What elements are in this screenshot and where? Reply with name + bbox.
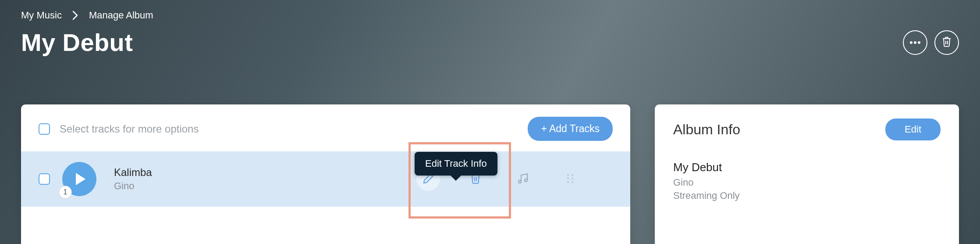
- edit-track-tooltip: Edit Track Info: [415, 152, 497, 176]
- more-options-button[interactable]: [903, 30, 927, 55]
- chevron-right-icon: [72, 11, 78, 20]
- svg-point-6: [572, 177, 573, 179]
- add-tracks-button[interactable]: + Add Tracks: [528, 117, 613, 141]
- track-title: Kalimba: [114, 166, 152, 179]
- svg-point-3: [567, 174, 569, 176]
- album-mode: Streaming Only: [673, 190, 941, 201]
- page-title: My Debut: [21, 28, 133, 57]
- play-icon: [76, 173, 85, 185]
- select-tracks-label: Select tracks for more options: [60, 123, 199, 135]
- music-note-icon: [518, 173, 528, 186]
- trash-icon: [942, 36, 952, 48]
- edit-album-button[interactable]: Edit: [885, 118, 941, 140]
- album-artist: Gino: [673, 177, 941, 188]
- delete-album-button[interactable]: [934, 30, 959, 55]
- track-music-button[interactable]: [511, 167, 535, 191]
- breadcrumb-my-music[interactable]: My Music: [21, 10, 62, 21]
- select-all-checkbox[interactable]: [39, 123, 50, 135]
- tracks-panel: Select tracks for more options + Add Tra…: [21, 104, 630, 244]
- breadcrumb: My Music Manage Album: [21, 10, 959, 21]
- svg-point-0: [910, 41, 913, 44]
- track-artist: Gino: [114, 180, 152, 192]
- track-row[interactable]: 1 Kalimba Gino: [21, 151, 630, 207]
- drag-handle[interactable]: [558, 167, 582, 191]
- svg-point-5: [567, 177, 569, 179]
- svg-point-7: [567, 181, 569, 183]
- breadcrumb-manage-album[interactable]: Manage Album: [89, 10, 153, 21]
- svg-point-1: [914, 41, 916, 44]
- track-index-badge: 1: [59, 186, 72, 199]
- more-horizontal-icon: [909, 39, 921, 46]
- drag-icon: [566, 173, 575, 186]
- album-info-panel: Album Info Edit My Debut Gino Streaming …: [655, 104, 959, 244]
- album-info-title: Album Info: [673, 122, 740, 138]
- album-name: My Debut: [673, 161, 941, 174]
- track-checkbox[interactable]: [39, 173, 50, 185]
- svg-point-2: [918, 41, 920, 44]
- svg-point-4: [572, 174, 573, 176]
- svg-point-8: [572, 181, 573, 183]
